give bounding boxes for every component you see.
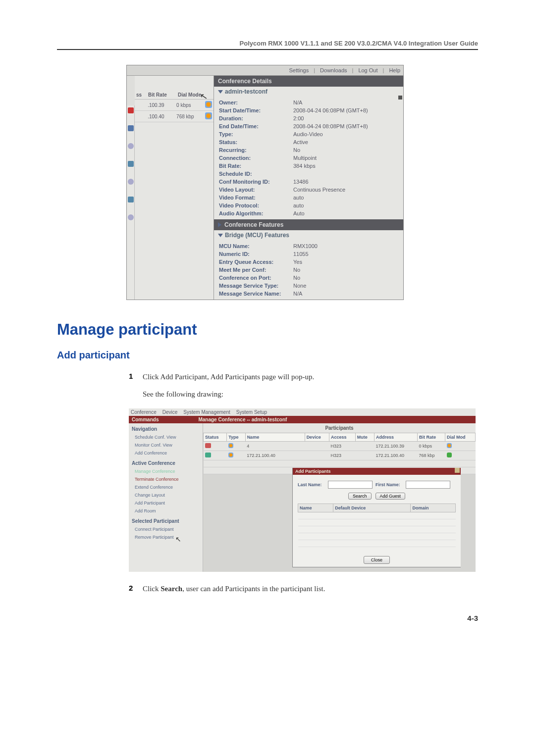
search-button[interactable]: Search [348,493,372,500]
col-access[interactable]: Access [329,433,355,442]
firstname-input[interactable] [406,481,450,489]
strip-icon[interactable] [128,143,134,149]
nav-change-layout[interactable]: Change Layout [132,491,200,499]
conf-features-label: Conference Features [224,221,283,228]
tab-system-setup[interactable]: System Setup [236,409,267,415]
conf-details-header: Conference Details [214,76,403,87]
app-tabs: Conference Device System Management Syst… [129,408,476,416]
detail-label: Schedule ID: [219,171,293,177]
nav-add-room[interactable]: Add Room [132,507,200,515]
detail-label: Audio Algorithm: [219,210,293,216]
popup-col-domain[interactable]: Domain [411,504,456,512]
nav-terminate-conf[interactable]: Terminate Conference [132,475,200,483]
left-grid-pane: ss Bit Rate Dial Mode .100.39 0 kbps .10… [135,76,214,300]
settings-link[interactable]: Settings [289,67,309,73]
detail-value: auto [293,195,398,201]
col-dialmode[interactable]: Dial Mod [445,433,476,442]
conf-features-header[interactable]: Conference Features [214,219,403,230]
mcu-header-label: Bridge (MCU) Features [225,232,289,239]
detail-row: Type:Audio-Video [214,130,403,138]
cell-address: .100.40 [148,114,176,119]
add-guest-button[interactable]: Add Guest [375,493,406,500]
col-ss: ss [136,92,148,98]
lastname-input[interactable] [328,481,373,489]
tab-device[interactable]: Device [162,409,178,415]
firstname-label: First Name: [375,482,403,487]
detail-label: Connection: [219,155,293,161]
resize-icon[interactable] [455,468,460,473]
mcu-label: Conference on Port: [219,275,293,281]
mcu-value: Yes [293,259,398,265]
nav-add-participant[interactable]: Add Participant [132,499,200,507]
detail-value: N/A [293,100,398,105]
left-grid-row[interactable]: .100.40 768 kbp [135,111,214,122]
nav-extend-conf[interactable]: Extend Conference [132,483,200,491]
popup-col-name[interactable]: Name [298,504,333,512]
mcu-value: No [293,275,398,281]
col-name[interactable]: Name [245,433,305,442]
mcu-label: Numeric ID: [219,251,293,257]
col-type[interactable]: Type [227,433,245,442]
tab-system-management[interactable]: System Management [183,409,230,415]
detail-row: Bit Rate:384 kbps [214,162,403,170]
table-row[interactable]: 4 H323 172.21.100.39 0 kbps [204,442,476,451]
strip-icon[interactable] [128,197,134,202]
col-device[interactable]: Device [305,433,329,442]
detail-list: Owner:N/AStart Date/Time:2008-04-24 06:0… [214,97,403,219]
nav-add-conf[interactable]: Add Conference [132,449,200,457]
strip-icon[interactable] [128,179,134,185]
detail-row: Conf Monitoring ID:13486 [214,178,403,186]
detail-label: Recurring: [219,147,293,153]
close-button[interactable]: Close [364,556,390,564]
mcu-header-row[interactable]: Bridge (MCU) Features [214,230,403,240]
tab-conference[interactable]: Conference [131,409,157,415]
nav-connect-participant[interactable]: Connect Participant [132,525,200,533]
redbar: Commands Manage Conference -- admin-test… [129,416,476,423]
strip-icon[interactable] [128,214,134,220]
detail-value: Continuous Presence [293,187,398,193]
mcu-label: Meet Me per Conf: [219,267,293,273]
doc-header: Polycom RMX 1000 V1.1.1 and SE 200 V3.0.… [57,40,478,50]
nav-schedule-conf[interactable]: Schedule Conf. View [132,433,200,441]
detail-label: Type: [219,131,293,137]
mcu-value: N/A [293,291,398,297]
type-icon [228,453,233,457]
dial-icon [205,101,212,108]
nav-manage-conf[interactable]: Manage Conference [132,467,200,475]
detail-label: Start Date/Time: [219,107,293,113]
col-address[interactable]: Address [374,433,417,442]
strip-icon[interactable] [128,161,134,167]
strip-icon[interactable] [128,107,134,113]
cell-bitrate: 768 kbp [417,451,445,460]
col-bitrate[interactable]: Bit Rate [417,433,445,442]
detail-label: End Date/Time: [219,123,293,129]
step-text-pre: Click [143,585,160,593]
mcu-detail-list: MCU Name:RMX1000Numeric ID:11055Entry Qu… [214,240,403,300]
app-topbar: Settings | Downloads | Log Out | Help [127,65,403,76]
col-status[interactable]: Status [204,433,227,442]
popup-results-table: Name Default Device Domain [298,504,456,547]
conf-name-row[interactable]: admin-testconf [214,87,403,97]
detail-label: Owner: [219,100,293,105]
logout-link[interactable]: Log Out [358,67,377,73]
detail-value: 2:00 [293,115,398,121]
downloads-link[interactable]: Downloads [320,67,347,73]
cell-access: H323 [329,442,355,451]
popup-col-device[interactable]: Default Device [333,504,411,512]
nav-monitor-conf[interactable]: Monitor Conf. View [132,441,200,449]
detail-row: Start Date/Time:2008-04-24 06:08PM (GMT+… [214,106,403,114]
cell-bitrate: 768 kbp [176,114,205,119]
detail-label: Video Layout: [219,187,293,193]
strip-icon[interactable] [128,125,134,131]
dial-icon [447,443,452,448]
scroll-up-icon[interactable] [398,96,402,100]
col-bitrate: Bit Rate [148,92,178,98]
heading-manage-participant: Manage participant [57,321,478,339]
cell-address: 172.21.100.40 [374,451,417,460]
help-link[interactable]: Help [389,67,400,73]
conf-name: admin-testconf [225,88,268,95]
col-mute[interactable]: Mute [355,433,374,442]
nav-remove-participant[interactable]: Remove Participant [132,533,200,541]
table-row[interactable]: 172.21.100.40 H323 172.21.100.40 768 kbp [204,451,476,460]
lastname-label: Last Name: [298,482,325,487]
